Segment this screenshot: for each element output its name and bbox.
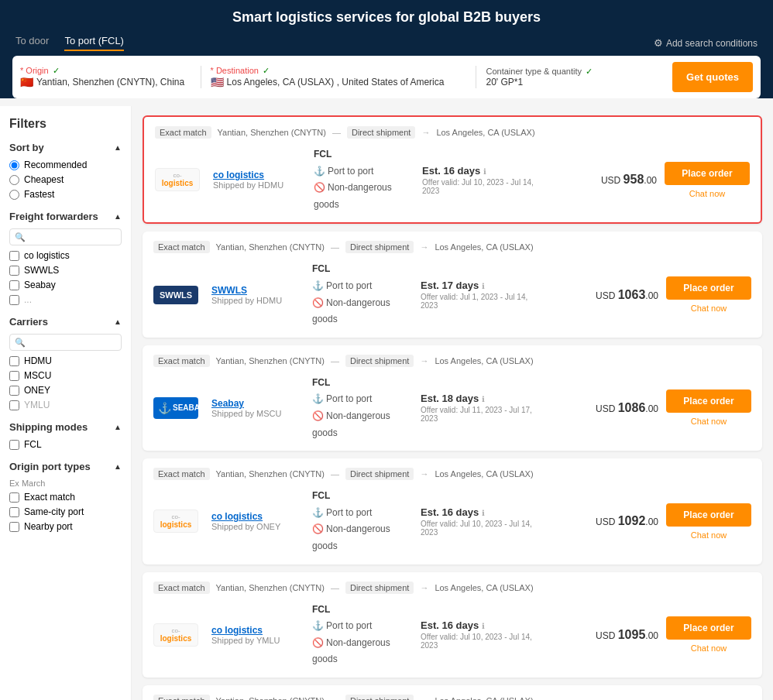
place-order-button[interactable]: Place order [666, 389, 751, 413]
ff-seabay[interactable]: Seabay [9, 280, 122, 290]
ff-co-logistics[interactable]: co logistics [9, 250, 122, 261]
forwarder-name[interactable]: Seabay [211, 398, 304, 409]
carrier-oney[interactable]: ONEY [9, 385, 122, 396]
carriers-search-input[interactable] [26, 337, 116, 348]
ff-list: co logistics SWWLS Seabay ... [9, 250, 122, 305]
carriers-section: Carriers ▲ 🔍 HDMU MSCU ONEY YMLU [9, 316, 122, 410]
route-bar: Exact match Yantian, Shenzhen (CNYTN) — … [155, 126, 750, 139]
carrier-mscu[interactable]: MSCU [9, 370, 122, 381]
forwarder-info: co logistics Shipped by HDMU [213, 170, 306, 190]
place-order-button[interactable]: Place order [666, 276, 751, 300]
carrier-ymlu[interactable]: YMLU [9, 400, 122, 410]
arrow-icon: → [421, 128, 430, 137]
place-order-button[interactable]: Place order [665, 162, 750, 185]
port-exact-match[interactable]: Exact match [9, 492, 122, 503]
forwarder-name[interactable]: co logistics [211, 511, 304, 522]
carriers-search-wrapper[interactable]: 🔍 [9, 334, 122, 351]
service-info: FCL ⚓Port to port 🚫Non-dangerous goods [312, 488, 413, 554]
goods-type: 🚫Non-dangerous goods [314, 180, 414, 213]
forwarder-logo-co: co- logistics [153, 623, 198, 647]
currency: USD [596, 516, 618, 527]
sort-cheapest[interactable]: Cheapest [9, 174, 122, 185]
add-conditions-label[interactable]: Add search conditions [666, 38, 758, 49]
place-order-button[interactable]: Place order [666, 616, 751, 640]
carriers-header[interactable]: Carriers ▲ [9, 316, 122, 328]
forwarder-name[interactable]: SWWLS [211, 285, 304, 296]
chat-now-link[interactable]: Chat now [691, 643, 727, 653]
route-bar: Exact match Yantian, Shenzhen (CNYTN) — … [153, 582, 751, 594]
sort-recommended[interactable]: Recommended [9, 160, 122, 170]
freight-forwarders-header[interactable]: Freight forwarders ▲ [9, 211, 122, 222]
origin-field[interactable]: * Origin ✓ 🇨🇳 Yantian, Shenzhen (CNYTN),… [20, 66, 201, 88]
route-destination: Los Angeles, CA (USLAX) [435, 583, 533, 592]
port-same-city[interactable]: Same-city port [9, 506, 122, 517]
sidebar: Filters Sort by ▲ Recommended Cheapest F… [0, 106, 132, 700]
est-days: Est. 16 days ℹ [421, 506, 541, 518]
destination-field[interactable]: * Destination ✓ 🇺🇸 Los Angeles, CA (USLA… [201, 66, 477, 88]
shipment-type-tag: Direct shipment [345, 468, 414, 480]
ex-march-label: Ex March [9, 479, 122, 488]
card-actions: Place order Chat now [666, 503, 751, 540]
route-bar: Exact match Yantian, Shenzhen (CNYTN) — … [153, 241, 751, 253]
arrow-icon: → [420, 696, 428, 700]
origin-port-list: Exact match Same-city port Nearby port [9, 492, 122, 532]
shipment-type-tag: Direct shipment [345, 355, 414, 367]
shipping-modes-header[interactable]: Shipping modes ▲ [9, 421, 122, 433]
place-order-button[interactable]: Place order [666, 503, 751, 527]
destination-flag: 🇺🇸 [211, 76, 224, 88]
sort-by-label: Sort by [9, 142, 44, 153]
container-field[interactable]: Container type & quantity ✓ 20' GP*1 [476, 67, 666, 88]
goods-type: 🚫Non-dangerous goods [312, 408, 413, 441]
page-header: Smart logistics services for global B2B … [0, 0, 773, 98]
route-destination: Los Angeles, CA (USLAX) [435, 696, 533, 700]
route-origin: Yantian, Shenzhen (CNYTN) [216, 356, 325, 365]
container-check-icon: ✓ [586, 67, 593, 76]
chat-now-link[interactable]: Chat now [691, 530, 727, 540]
forwarder-name[interactable]: co logistics [211, 625, 304, 636]
service-info: FCL ⚓Port to port 🚫Non-dangerous goods [312, 261, 413, 328]
port-to-port: ⚓Port to port [312, 505, 413, 522]
ff-search-wrapper[interactable]: 🔍 [9, 228, 122, 245]
ff-swwls[interactable]: SWWLS [9, 265, 122, 276]
results-area: Exact match Yantian, Shenzhen (CNYTN) — … [132, 106, 773, 700]
container-value: 20' GP*1 [486, 77, 657, 88]
price-info: USD 1086.00 [548, 401, 658, 415]
sort-fastest[interactable]: Fastest [9, 189, 122, 200]
port-nearby[interactable]: Nearby port [9, 521, 122, 532]
forwarder-logo-co: co- logistics [155, 168, 200, 191]
shipping-mode-fcl[interactable]: FCL [9, 439, 122, 450]
price-amount: 1092 [618, 514, 646, 527]
route-line: — [331, 469, 339, 479]
forwarder-logo-co: co- logistics [153, 510, 198, 533]
ff-search-input[interactable] [26, 232, 116, 242]
chat-now-link[interactable]: Chat now [689, 189, 725, 198]
card-actions: Place order Chat now [666, 616, 751, 653]
origin-port-types-header[interactable]: Origin port types ▲ [9, 461, 122, 472]
ff-search-icon: 🔍 [15, 232, 26, 242]
route-tag: Exact match [153, 241, 210, 253]
forwarder-info: Seabay Shipped by MSCU [211, 398, 304, 418]
forwarder-name[interactable]: co logistics [213, 170, 306, 180]
route-bar: Exact match Yantian, Shenzhen (CNYTN) — … [153, 695, 751, 700]
carrier-hdmu[interactable]: HDMU [9, 355, 122, 366]
goods-type: 🚫Non-dangerous goods [312, 521, 413, 554]
route-line: — [331, 696, 339, 700]
route-origin: Yantian, Shenzhen (CNYTN) [216, 242, 325, 252]
ff-more[interactable]: ... [9, 294, 122, 305]
price-amount: 1063 [618, 288, 646, 301]
arrow-icon: → [420, 242, 428, 252]
chat-now-link[interactable]: Chat now [691, 417, 727, 426]
origin-check-icon: ✓ [53, 66, 60, 75]
carriers-search-icon: 🔍 [15, 338, 26, 348]
carriers-label: Carriers [9, 316, 48, 328]
arrow-icon: → [420, 356, 428, 365]
chat-now-link[interactable]: Chat now [691, 304, 727, 313]
tab-to-port[interactable]: To port (FCL) [64, 35, 124, 51]
get-quotes-button[interactable]: Get quotes [672, 62, 753, 92]
card-actions: Place order Chat now [666, 276, 751, 313]
sort-by-header[interactable]: Sort by ▲ [9, 142, 122, 153]
tab-to-door[interactable]: To door [15, 35, 49, 51]
shipping-modes-chevron-icon: ▲ [114, 423, 122, 431]
destination-value: Los Angeles, CA (USLAX) , United States … [227, 77, 445, 88]
currency: USD [596, 290, 618, 301]
